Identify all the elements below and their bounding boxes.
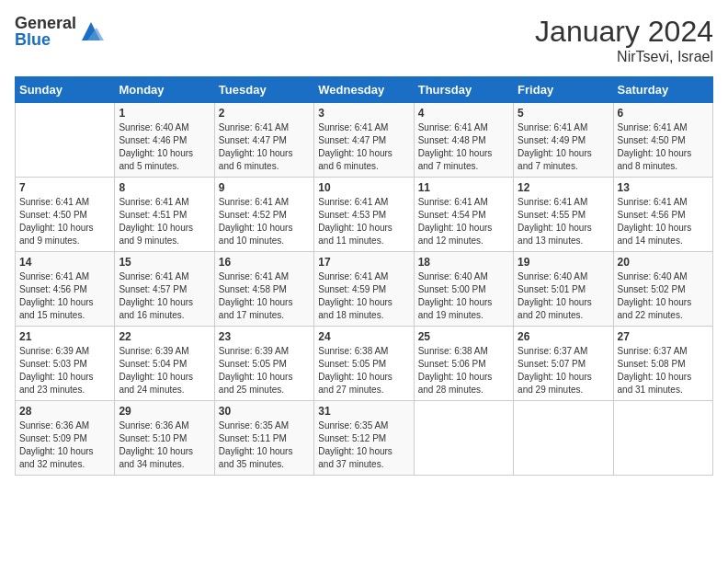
calendar-cell: 17Sunrise: 6:41 AMSunset: 4:59 PMDayligh… xyxy=(314,252,414,327)
day-info: Sunrise: 6:35 AMSunset: 5:12 PMDaylight:… xyxy=(318,419,409,471)
day-info: Sunrise: 6:41 AMSunset: 4:52 PMDaylight:… xyxy=(219,196,310,247)
day-number: 25 xyxy=(418,330,509,343)
weekday-header-sunday: Sunday xyxy=(16,77,115,103)
day-number: 20 xyxy=(618,256,709,269)
day-info: Sunrise: 6:41 AMSunset: 4:58 PMDaylight:… xyxy=(219,270,310,322)
calendar-cell: 31Sunrise: 6:35 AMSunset: 5:12 PMDayligh… xyxy=(314,401,414,476)
day-info: Sunrise: 6:41 AMSunset: 4:47 PMDaylight:… xyxy=(318,121,409,173)
day-info: Sunrise: 6:39 AMSunset: 5:04 PMDaylight:… xyxy=(119,345,210,396)
day-number: 17 xyxy=(318,256,409,269)
day-number: 8 xyxy=(119,181,210,194)
day-number: 21 xyxy=(19,330,110,343)
day-number: 23 xyxy=(219,330,310,343)
day-number: 12 xyxy=(518,181,609,194)
day-number: 22 xyxy=(119,330,210,343)
day-number: 1 xyxy=(119,107,210,120)
day-number: 7 xyxy=(19,181,110,194)
day-info: Sunrise: 6:41 AMSunset: 4:53 PMDaylight:… xyxy=(318,196,409,247)
day-number: 24 xyxy=(318,330,409,343)
day-number: 10 xyxy=(318,181,409,194)
day-number: 29 xyxy=(119,405,210,418)
calendar-week-2: 7Sunrise: 6:41 AMSunset: 4:50 PMDaylight… xyxy=(16,178,713,252)
logo-icon xyxy=(78,18,104,44)
day-number: 27 xyxy=(618,330,709,343)
day-info: Sunrise: 6:38 AMSunset: 5:05 PMDaylight:… xyxy=(318,345,409,396)
weekday-header-thursday: Thursday xyxy=(414,77,513,103)
calendar-cell: 25Sunrise: 6:38 AMSunset: 5:06 PMDayligh… xyxy=(414,327,513,401)
calendar-cell: 27Sunrise: 6:37 AMSunset: 5:08 PMDayligh… xyxy=(613,327,712,401)
calendar-cell: 9Sunrise: 6:41 AMSunset: 4:52 PMDaylight… xyxy=(214,178,313,252)
calendar-cell: 28Sunrise: 6:36 AMSunset: 5:09 PMDayligh… xyxy=(16,401,115,476)
calendar-cell: 11Sunrise: 6:41 AMSunset: 4:54 PMDayligh… xyxy=(414,178,513,252)
day-info: Sunrise: 6:41 AMSunset: 4:51 PMDaylight:… xyxy=(119,196,210,247)
day-number: 19 xyxy=(518,256,609,269)
calendar-week-1: 1Sunrise: 6:40 AMSunset: 4:46 PMDaylight… xyxy=(16,103,713,178)
month-title: January 2024 xyxy=(535,15,713,49)
calendar-cell: 24Sunrise: 6:38 AMSunset: 5:05 PMDayligh… xyxy=(314,327,414,401)
day-info: Sunrise: 6:41 AMSunset: 4:49 PMDaylight:… xyxy=(518,121,609,173)
day-number: 14 xyxy=(19,256,110,269)
calendar-cell xyxy=(16,103,115,178)
day-info: Sunrise: 6:36 AMSunset: 5:09 PMDaylight:… xyxy=(19,419,110,471)
calendar-cell: 18Sunrise: 6:40 AMSunset: 5:00 PMDayligh… xyxy=(414,252,513,327)
calendar-cell: 8Sunrise: 6:41 AMSunset: 4:51 PMDaylight… xyxy=(115,178,214,252)
weekday-header-saturday: Saturday xyxy=(613,77,712,103)
day-number: 6 xyxy=(618,107,709,120)
day-number: 3 xyxy=(318,107,409,120)
weekday-header-wednesday: Wednesday xyxy=(314,77,414,103)
calendar-cell: 3Sunrise: 6:41 AMSunset: 4:47 PMDaylight… xyxy=(314,103,414,178)
calendar-cell: 7Sunrise: 6:41 AMSunset: 4:50 PMDaylight… xyxy=(16,178,115,252)
day-info: Sunrise: 6:41 AMSunset: 4:59 PMDaylight:… xyxy=(318,270,409,322)
calendar-cell: 29Sunrise: 6:36 AMSunset: 5:10 PMDayligh… xyxy=(115,401,214,476)
day-info: Sunrise: 6:40 AMSunset: 5:02 PMDaylight:… xyxy=(618,270,709,322)
day-info: Sunrise: 6:36 AMSunset: 5:10 PMDaylight:… xyxy=(119,419,210,471)
day-info: Sunrise: 6:39 AMSunset: 5:03 PMDaylight:… xyxy=(19,345,110,396)
calendar-cell: 14Sunrise: 6:41 AMSunset: 4:56 PMDayligh… xyxy=(16,252,115,327)
weekday-header-friday: Friday xyxy=(514,77,613,103)
calendar-cell: 23Sunrise: 6:39 AMSunset: 5:05 PMDayligh… xyxy=(214,327,313,401)
day-number: 31 xyxy=(318,405,409,418)
day-number: 4 xyxy=(418,107,509,120)
weekday-header-row: SundayMondayTuesdayWednesdayThursdayFrid… xyxy=(16,77,713,103)
day-number: 11 xyxy=(418,181,509,194)
page-header: General Blue January 2024 NirTsevi, Isra… xyxy=(15,15,713,65)
title-block: January 2024 NirTsevi, Israel xyxy=(535,15,713,65)
calendar-cell: 19Sunrise: 6:40 AMSunset: 5:01 PMDayligh… xyxy=(514,252,613,327)
day-info: Sunrise: 6:40 AMSunset: 5:00 PMDaylight:… xyxy=(418,270,509,322)
calendar-cell: 21Sunrise: 6:39 AMSunset: 5:03 PMDayligh… xyxy=(16,327,115,401)
logo: General Blue xyxy=(15,15,104,48)
day-number: 30 xyxy=(219,405,310,418)
day-number: 13 xyxy=(618,181,709,194)
day-number: 2 xyxy=(219,107,310,120)
day-info: Sunrise: 6:40 AMSunset: 4:46 PMDaylight:… xyxy=(119,121,210,173)
day-info: Sunrise: 6:41 AMSunset: 4:57 PMDaylight:… xyxy=(119,270,210,322)
calendar-cell: 6Sunrise: 6:41 AMSunset: 4:50 PMDaylight… xyxy=(613,103,712,178)
calendar-table: SundayMondayTuesdayWednesdayThursdayFrid… xyxy=(15,76,713,476)
calendar-week-3: 14Sunrise: 6:41 AMSunset: 4:56 PMDayligh… xyxy=(16,252,713,327)
day-info: Sunrise: 6:41 AMSunset: 4:54 PMDaylight:… xyxy=(418,196,509,247)
calendar-cell xyxy=(613,401,712,476)
day-info: Sunrise: 6:37 AMSunset: 5:07 PMDaylight:… xyxy=(518,345,609,396)
day-info: Sunrise: 6:41 AMSunset: 4:47 PMDaylight:… xyxy=(219,121,310,173)
calendar-cell: 13Sunrise: 6:41 AMSunset: 4:56 PMDayligh… xyxy=(613,178,712,252)
day-number: 5 xyxy=(518,107,609,120)
calendar-cell: 2Sunrise: 6:41 AMSunset: 4:47 PMDaylight… xyxy=(214,103,313,178)
weekday-header-tuesday: Tuesday xyxy=(214,77,313,103)
day-number: 26 xyxy=(518,330,609,343)
day-number: 15 xyxy=(119,256,210,269)
day-number: 18 xyxy=(418,256,509,269)
calendar-cell: 16Sunrise: 6:41 AMSunset: 4:58 PMDayligh… xyxy=(214,252,313,327)
day-info: Sunrise: 6:41 AMSunset: 4:55 PMDaylight:… xyxy=(518,196,609,247)
calendar-week-4: 21Sunrise: 6:39 AMSunset: 5:03 PMDayligh… xyxy=(16,327,713,401)
day-info: Sunrise: 6:39 AMSunset: 5:05 PMDaylight:… xyxy=(219,345,310,396)
day-info: Sunrise: 6:40 AMSunset: 5:01 PMDaylight:… xyxy=(518,270,609,322)
day-number: 28 xyxy=(19,405,110,418)
calendar-cell: 12Sunrise: 6:41 AMSunset: 4:55 PMDayligh… xyxy=(514,178,613,252)
day-info: Sunrise: 6:38 AMSunset: 5:06 PMDaylight:… xyxy=(418,345,509,396)
day-info: Sunrise: 6:41 AMSunset: 4:56 PMDaylight:… xyxy=(618,196,709,247)
calendar-cell: 15Sunrise: 6:41 AMSunset: 4:57 PMDayligh… xyxy=(115,252,214,327)
day-info: Sunrise: 6:41 AMSunset: 4:48 PMDaylight:… xyxy=(418,121,509,173)
logo-general: General xyxy=(15,14,76,32)
location-title: NirTsevi, Israel xyxy=(535,49,713,65)
weekday-header-monday: Monday xyxy=(115,77,214,103)
